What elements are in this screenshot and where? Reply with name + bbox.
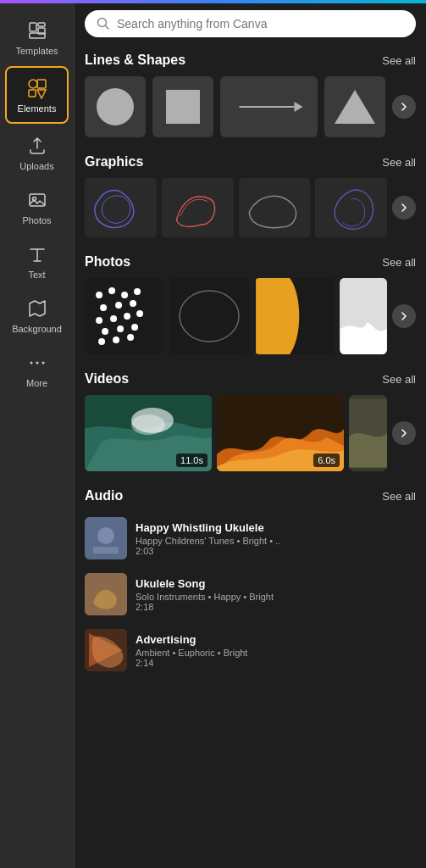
svg-rect-46 [93,547,119,554]
shape-square[interactable] [152,76,213,137]
svg-point-29 [136,310,143,317]
svg-rect-15 [166,90,200,124]
sidebar-item-photos[interactable]: Photos [0,180,74,234]
photo-item-2[interactable] [169,278,249,354]
svg-point-25 [130,300,136,307]
videos-title: Videos [85,371,129,387]
svg-point-19 [96,292,102,298]
audio-meta-2: Solo Instruments • Happy • Bright 2:18 [136,592,416,612]
templates-label: Templates [15,46,58,56]
video-item-2[interactable]: 6.0s [217,395,344,471]
svg-point-22 [134,288,141,295]
audio-info-2: Ukulele Song Solo Instruments • Happy • … [136,577,416,612]
shape-circle[interactable] [85,76,146,137]
videos-next-button[interactable] [392,421,416,445]
videos-row: 11.0s 6.0s [85,395,416,471]
sidebar-item-elements[interactable]: Elements [5,66,69,124]
photos-next-button[interactable] [392,304,416,328]
more-label: More [26,378,47,388]
svg-point-34 [113,337,119,343]
svg-point-27 [110,315,117,322]
sidebar-item-text[interactable]: Text [0,234,74,288]
photo-item-1[interactable] [85,278,164,354]
video-item-3[interactable] [349,395,387,471]
graphic-item-2[interactable] [162,178,234,237]
svg-point-11 [36,362,38,364]
svg-point-31 [117,326,124,332]
graphic-item-4[interactable] [315,178,387,237]
audio-item-3[interactable]: Advertising Ambient • Euphoric • Bright … [85,624,416,676]
videos-section: Videos See all 11.0s [85,371,416,471]
video-item-1[interactable]: 11.0s [85,395,212,471]
audio-item-1[interactable]: Happy Whistling Ukulele Happy Childrens'… [85,512,416,565]
graphic-item-3[interactable] [239,178,311,237]
audio-header: Audio See all [85,488,416,504]
svg-point-4 [29,80,37,88]
shape-triangle[interactable] [324,76,385,137]
svg-rect-8 [30,194,45,206]
graphics-section: Graphics See all [85,154,416,237]
audio-meta-3: Ambient • Euphoric • Bright 2:14 [136,648,416,668]
templates-icon [25,19,49,42]
sidebar-item-more[interactable]: More [0,342,74,397]
text-icon [25,242,49,266]
videos-header: Videos See all [85,371,416,387]
svg-point-30 [102,328,108,335]
main-panel: Lines & Shapes See all [75,0,426,868]
more-icon [25,351,49,375]
lines-shapes-header: Lines & Shapes See all [85,53,416,68]
video-duration-1: 11.0s [176,453,207,467]
svg-marker-17 [295,102,303,112]
svg-rect-1 [38,23,45,26]
photo-item-4[interactable] [340,278,388,354]
audio-info-1: Happy Whistling Ukulele Happy Childrens'… [136,521,416,556]
svg-marker-6 [37,90,46,98]
graphics-header: Graphics See all [85,154,416,170]
audio-thumb-2 [85,573,127,615]
photo-item-3[interactable] [254,278,334,354]
svg-point-41 [131,415,165,435]
svg-point-24 [115,302,122,309]
svg-point-28 [124,313,130,320]
sidebar-item-uploads[interactable]: Uploads [0,125,74,180]
audio-item-2[interactable]: Ukulele Song Solo Instruments • Happy • … [85,568,416,620]
search-icon [97,17,110,31]
shapes-next-button[interactable] [392,95,416,119]
audio-see-all[interactable]: See all [382,490,416,503]
photos-section: Photos See all [85,254,416,354]
svg-rect-5 [37,80,46,88]
svg-point-35 [127,334,134,341]
lines-shapes-section: Lines & Shapes See all [85,53,416,137]
sidebar-item-background[interactable]: Background [0,288,74,342]
search-input[interactable] [117,17,404,31]
graphic-item-1[interactable] [85,178,157,237]
lines-shapes-see-all[interactable]: See all [382,54,416,67]
videos-see-all[interactable]: See all [382,373,416,386]
graphics-see-all[interactable]: See all [382,156,416,169]
background-icon [25,297,49,320]
photos-see-all[interactable]: See all [382,256,416,269]
audio-meta-1: Happy Childrens' Tunes • Bright • .. 2:0… [136,536,416,556]
shape-arrow[interactable] [220,76,318,137]
graphics-row [85,178,416,237]
photos-label: Photos [22,215,51,225]
uploads-icon [25,134,49,158]
audio-title: Audio [85,488,123,504]
search-bar[interactable] [85,10,416,37]
svg-point-23 [100,304,107,311]
text-label: Text [28,270,45,280]
sidebar-item-templates[interactable]: Templates [0,10,74,64]
sidebar: Templates Elements Uploads [0,3,75,868]
audio-list: Happy Whistling Ukulele Happy Childrens'… [85,512,416,676]
background-label: Background [12,324,62,334]
graphics-next-button[interactable] [392,196,416,220]
svg-point-32 [131,324,138,331]
elements-label: Elements [18,103,57,114]
svg-point-26 [96,317,102,324]
audio-title-3: Advertising [136,633,416,646]
photos-icon [25,188,49,212]
svg-point-33 [98,338,105,345]
svg-point-21 [121,292,128,298]
svg-point-14 [97,88,134,125]
audio-section: Audio See all Happy Whistling Ukulele Ha… [85,488,416,676]
